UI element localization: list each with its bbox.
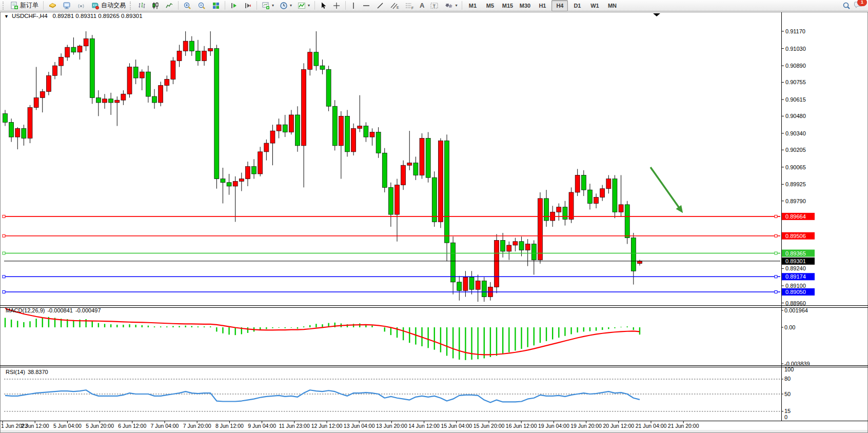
price-chart[interactable]: 0.896640.895060.893650.893010.891740.890… <box>0 12 868 433</box>
label-tool-button[interactable]: T <box>427 0 442 11</box>
timeframe-m15[interactable]: M15 <box>499 0 516 11</box>
candle[interactable] <box>587 190 592 203</box>
candle[interactable] <box>159 85 163 103</box>
candle[interactable] <box>613 179 617 212</box>
horizontal-lines-layer[interactable]: 0.896640.895060.893650.893010.891740.890… <box>3 213 815 296</box>
chart-window[interactable]: 0.896640.895060.893650.893010.891740.890… <box>0 12 868 433</box>
fibonacci-tool-button[interactable]: F <box>402 0 417 11</box>
candle[interactable] <box>152 96 157 103</box>
candle[interactable] <box>146 72 150 96</box>
candle[interactable] <box>214 49 219 179</box>
candle[interactable] <box>407 163 412 165</box>
candle[interactable] <box>202 51 207 61</box>
search-button[interactable] <box>840 0 854 11</box>
timeframe-m30[interactable]: M30 <box>517 0 533 11</box>
timeframe-m5[interactable]: M5 <box>482 0 498 11</box>
candle[interactable] <box>121 94 126 100</box>
candle[interactable] <box>332 106 337 146</box>
candle[interactable] <box>594 197 599 203</box>
candle[interactable] <box>3 114 8 123</box>
candle[interactable] <box>600 189 605 198</box>
candlestick-chart-button[interactable] <box>149 0 162 11</box>
trend-arrow[interactable] <box>650 167 680 209</box>
candle[interactable] <box>351 128 356 152</box>
candle[interactable] <box>289 115 293 132</box>
candle[interactable] <box>115 100 120 103</box>
notifications-button[interactable]: 1 <box>854 1 863 11</box>
candle[interactable] <box>544 199 549 221</box>
candle[interactable] <box>84 38 88 46</box>
line-chart-button[interactable] <box>163 0 176 11</box>
zoom-out-button[interactable] <box>195 0 209 11</box>
candle[interactable] <box>71 47 76 52</box>
timeframe-d1[interactable]: D1 <box>569 0 585 11</box>
candle[interactable] <box>563 207 567 220</box>
candle[interactable] <box>625 205 629 238</box>
candle[interactable] <box>426 138 430 178</box>
macd-pane[interactable]: 0.0019640.00-0.003839 <box>5 307 810 367</box>
candle[interactable] <box>252 167 257 174</box>
candle[interactable] <box>482 281 486 297</box>
candle[interactable] <box>432 178 437 222</box>
candle[interactable] <box>233 181 238 186</box>
candle[interactable] <box>15 128 20 137</box>
candle[interactable] <box>283 125 287 132</box>
timeframe-h4[interactable]: H4 <box>551 0 568 11</box>
candle[interactable] <box>631 238 636 271</box>
candle[interactable] <box>40 91 45 97</box>
candle[interactable] <box>364 126 368 137</box>
candle[interactable] <box>388 187 393 214</box>
candle[interactable] <box>538 199 542 260</box>
candle[interactable] <box>109 99 113 103</box>
candle[interactable] <box>370 132 374 137</box>
candle[interactable] <box>295 115 300 146</box>
auto-scroll-button[interactable] <box>227 0 241 11</box>
candle[interactable] <box>438 141 443 222</box>
candle[interactable] <box>314 52 319 66</box>
candle[interactable] <box>302 69 306 146</box>
candle[interactable] <box>59 57 64 66</box>
candle[interactable] <box>445 141 449 243</box>
candle[interactable] <box>519 242 524 250</box>
candle[interactable] <box>308 52 312 70</box>
arrows-tool-button[interactable]: ▾ <box>442 0 460 11</box>
arrow-annotation[interactable] <box>650 167 683 213</box>
candle[interactable] <box>208 49 213 51</box>
candle[interactable] <box>277 125 281 131</box>
candle[interactable] <box>90 38 94 97</box>
time-axis[interactable]: 1 Jun 20232 Jun 12:005 Jun 04:005 Jun 20… <box>1 421 699 429</box>
candle[interactable] <box>463 277 468 290</box>
rsi-pane[interactable]: 1008050150 <box>4 366 794 420</box>
candle[interactable] <box>413 163 418 175</box>
candle[interactable] <box>96 97 101 103</box>
candle[interactable] <box>28 108 32 139</box>
candle[interactable] <box>457 282 462 291</box>
candle[interactable] <box>501 240 505 251</box>
signals-button[interactable] <box>74 0 88 11</box>
new-chart-button[interactable]: ▾ <box>259 0 277 11</box>
chart-shift-button[interactable] <box>241 0 254 11</box>
new-order-button[interactable]: 新订单 <box>8 0 41 11</box>
candle[interactable] <box>189 41 194 51</box>
candle[interactable] <box>133 67 138 78</box>
timeframe-w1[interactable]: W1 <box>586 0 603 11</box>
channel-tool-button[interactable]: E <box>387 0 402 11</box>
candle[interactable] <box>531 244 536 260</box>
candle[interactable] <box>221 179 225 183</box>
candle[interactable] <box>127 67 132 94</box>
candle[interactable] <box>339 116 343 146</box>
candle[interactable] <box>525 244 530 250</box>
vertical-line-tool-button[interactable] <box>348 0 359 11</box>
candle[interactable] <box>171 61 175 80</box>
candle[interactable] <box>65 47 70 57</box>
candle[interactable] <box>165 79 169 85</box>
candle[interactable] <box>245 167 250 179</box>
timeframe-h1[interactable]: H1 <box>534 0 550 11</box>
cursor-tool-button[interactable] <box>317 0 329 11</box>
candle[interactable] <box>46 75 51 91</box>
candle[interactable] <box>264 143 269 152</box>
candle[interactable] <box>606 179 611 189</box>
candle[interactable] <box>358 126 362 129</box>
candle[interactable] <box>34 97 38 107</box>
crosshair-tool-button[interactable] <box>330 0 343 11</box>
